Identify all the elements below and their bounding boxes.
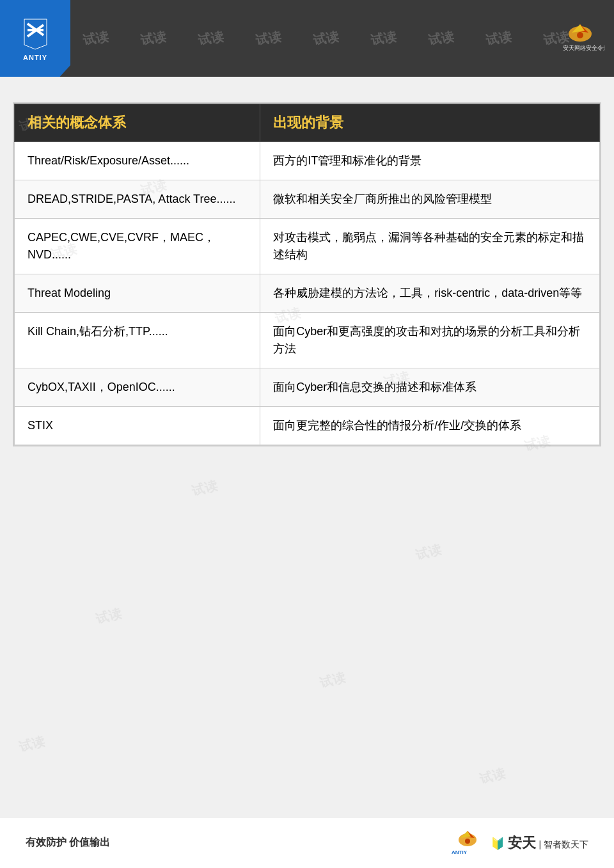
header-watermarks: 试读 试读 试读 试读 试读 试读 试读 试读 试读 [70, 0, 614, 77]
wm-5: 试读 [312, 28, 340, 49]
table-cell-right: 微软和相关安全厂商所推出的风险管理模型 [260, 180, 600, 219]
col1-header: 相关的概念体系 [15, 104, 260, 142]
wm-8: 试读 [485, 28, 513, 49]
table-cell-right: 面向更完整的综合性的情报分析/作业/交换的体系 [260, 407, 600, 445]
page-wm-12: 试读 [478, 764, 507, 787]
svg-point-7 [577, 32, 583, 38]
table-cell-right: 对攻击模式，脆弱点，漏洞等各种基础的安全元素的标定和描述结构 [260, 219, 600, 274]
wm-2: 试读 [139, 28, 168, 49]
wm-6: 试读 [370, 28, 398, 49]
table-cell-left: CybOX,TAXII，OpenIOC...... [15, 368, 260, 407]
table-row: CybOX,TAXII，OpenIOC......面向Cyber和信息交换的描述… [15, 368, 600, 407]
wm-4: 试读 [255, 28, 283, 49]
footer-left-text: 有效防护 价值输出 [26, 836, 110, 849]
table-cell-left: Threat Modeling [15, 274, 260, 313]
table-cell-left: Threat/Risk/Exposure/Asset...... [15, 142, 260, 180]
table-cell-right: 西方的IT管理和标准化的背景 [260, 142, 600, 180]
footer-logo-cn: 安天 [508, 835, 536, 851]
table-cell-right: 各种威胁建模的方法论，工具，risk-centric，data-driven等等 [260, 274, 600, 313]
footer-logo-labels: 🔰 安天 | 智者数天下 [491, 833, 588, 853]
footer-logo-sub: | [539, 839, 544, 849]
wm-1: 试读 [82, 28, 110, 49]
table-row: Threat Modeling各种威胁建模的方法论，工具，risk-centri… [15, 274, 600, 313]
svg-text:安天网络安全令册第四册: 安天网络安全令册第四册 [563, 45, 604, 51]
logo-box: ANTIY [0, 0, 70, 77]
wm-3: 试读 [197, 28, 225, 49]
table-cell-right: 面向Cyber和信息交换的描述和标准体系 [260, 368, 600, 407]
header-bar: ANTIY 试读 试读 试读 试读 试读 试读 试读 试读 试读 安天网络安全令… [0, 0, 614, 77]
page-wm-7: 试读 [190, 477, 219, 500]
page-wm-11: 试读 [17, 732, 47, 755]
footer-logo-sub2: 智者数天下 [544, 839, 588, 849]
table-row: Threat/Risk/Exposure/Asset......西方的IT管理和… [15, 142, 600, 180]
footer-logo: ANTIY 🔰 安天 | 智者数天下 [450, 828, 588, 857]
table-cell-left: DREAD,STRIDE,PASTA, Attack Tree...... [15, 180, 260, 219]
table-row: Kill Chain,钻石分析,TTP......面向Cyber和更高强度的攻击… [15, 313, 600, 368]
page-wm-9: 试读 [94, 604, 123, 627]
svg-point-12 [465, 839, 470, 844]
logo-text: ANTIY [23, 54, 47, 61]
table-cell-left: Kill Chain,钻石分析,TTP...... [15, 313, 260, 368]
svg-text:ANTIY: ANTIY [452, 849, 468, 855]
col2-header: 出现的背景 [260, 104, 600, 142]
page-wm-10: 试读 [318, 668, 347, 691]
footer: 有效防护 价值输出 ANTIY 🔰 安天 | 智者数天下 [0, 817, 614, 868]
table-cell-left: CAPEC,CWE,CVE,CVRF，MAEC，NVD...... [15, 219, 260, 274]
footer-logo-main: 🔰 [491, 837, 508, 850]
wm-7: 试读 [427, 28, 455, 49]
table-row: DREAD,STRIDE,PASTA, Attack Tree......微软和… [15, 180, 600, 219]
table-cell-right: 面向Cyber和更高强度的攻击和对抗的场景的分析工具和分析方法 [260, 313, 600, 368]
main-content: 相关的概念体系 出现的背景 Threat/Risk/Exposure/Asset… [13, 102, 601, 446]
table-row: CAPEC,CWE,CVE,CVRF，MAEC，NVD......对攻击模式，脆… [15, 219, 600, 274]
data-table: 相关的概念体系 出现的背景 Threat/Risk/Exposure/Asset… [14, 104, 600, 445]
header-brand-right: 安天网络安全令册第四册 [556, 21, 604, 56]
table-row: STIX面向更完整的综合性的情报分析/作业/交换的体系 [15, 407, 600, 445]
table-cell-left: STIX [15, 407, 260, 445]
page-wm-8: 试读 [414, 541, 443, 564]
